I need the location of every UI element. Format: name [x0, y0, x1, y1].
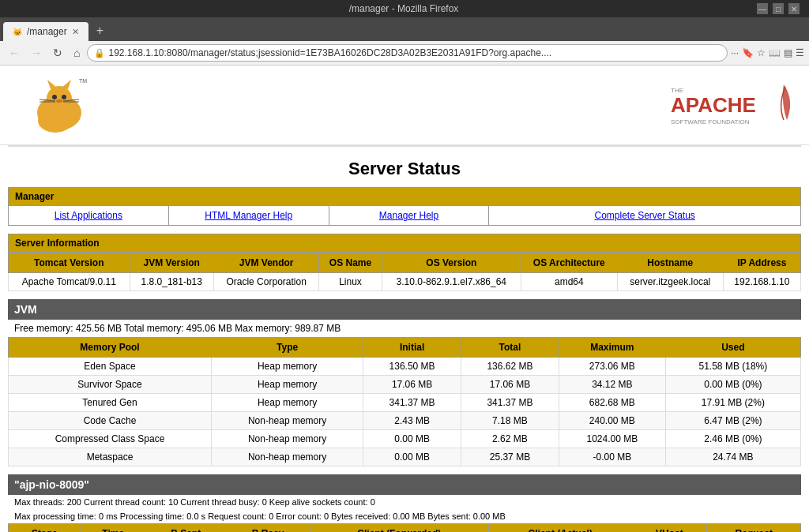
mem-cell-pool: Eden Space [9, 358, 212, 376]
stage-col-stage: Stage [9, 524, 81, 533]
main-content: Manager List Applications HTML Manager H… [0, 187, 809, 532]
memory-row: Eden SpaceHeap memory136.50 MB136.62 MB2… [9, 358, 801, 376]
manager-help-link[interactable]: Manager Help [329, 206, 490, 225]
menu-icon[interactable]: ☰ [796, 47, 804, 58]
jvm-version-cell: 1.8.0_181-b13 [130, 273, 213, 291]
os-name-cell: Linux [319, 273, 382, 291]
stage-col-request: Request [707, 524, 801, 533]
memory-row: Compressed Class SpaceNon-heap memory0.0… [9, 430, 801, 448]
star-icon[interactable]: ☆ [757, 47, 766, 58]
mem-cell-initial: 341.37 MB [363, 394, 461, 412]
mem-col-maximum: Maximum [559, 338, 665, 358]
col-jvm-vendor: JVM Vendor [213, 253, 318, 273]
back-button[interactable]: ← [5, 45, 24, 61]
memory-row: Code CacheNon-heap memory2.43 MB7.18 MB2… [9, 412, 801, 430]
mem-cell-used: 17.91 MB (2%) [665, 394, 800, 412]
mem-cell-maximum: 273.06 MB [559, 358, 665, 376]
tomcat-cat-svg: TM [16, 73, 95, 137]
nav-bar: ← → ↻ ⌂ 🔒 192.168.1.10:8080/manager/stat… [0, 41, 809, 66]
mem-cell-pool: Survivor Space [9, 376, 212, 394]
close-button[interactable]: ✕ [788, 3, 800, 14]
mem-cell-pool: Compressed Class Space [9, 430, 212, 448]
maximize-button[interactable]: □ [773, 3, 784, 14]
new-tab-button[interactable]: + [90, 21, 110, 41]
stage-col-client-fwd: Client (Forwarded) [310, 524, 489, 533]
mem-cell-initial: 0.00 MB [363, 448, 461, 466]
mem-cell-pool: Metaspace [9, 448, 212, 466]
os-arch-cell: amd64 [521, 273, 618, 291]
connector-line1: Max threads: 200 Current thread count: 1… [8, 495, 801, 509]
col-jvm-version: JVM Version [130, 253, 213, 273]
page-content: TM THE APACHE SOFTWARE FOUNDATION Server… [0, 66, 809, 532]
stage-col-time: Time [81, 524, 146, 533]
tab-bar: 🐱 /manager ✕ + [0, 17, 809, 41]
mem-cell-used: 0.00 MB (0%) [665, 376, 800, 394]
mem-col-total: Total [461, 338, 559, 358]
svg-marker-3 [62, 80, 71, 89]
sidebar-icon[interactable]: ▤ [784, 47, 792, 58]
window-controls[interactable]: — □ ✕ [757, 3, 806, 14]
mem-cell-pool: Tenured Gen [9, 394, 212, 412]
col-os-arch: OS Architecture [521, 253, 618, 273]
browser-chrome: /manager - Mozilla Firefox — □ ✕ 🐱 /mana… [0, 0, 809, 66]
html-manager-help-link[interactable]: HTML Manager Help [169, 206, 329, 225]
mem-cell-total: 2.62 MB [461, 430, 559, 448]
mem-cell-used: 6.47 MB (2%) [665, 412, 800, 430]
ip-address-cell: 192.168.1.10 [723, 273, 800, 291]
svg-point-4 [52, 95, 57, 99]
svg-point-1 [47, 86, 72, 111]
page-header: TM THE APACHE SOFTWARE FOUNDATION [0, 66, 809, 145]
svg-text:APACHE: APACHE [671, 93, 756, 117]
apache-logo: THE APACHE SOFTWARE FOUNDATION [667, 81, 793, 130]
secure-icon: 🔒 [94, 48, 105, 58]
more-options-icon[interactable]: ··· [731, 47, 739, 58]
mem-cell-used: 24.74 MB [665, 448, 800, 466]
list-applications-link[interactable]: List Applications [9, 206, 169, 225]
jvm-memory-table: Memory Pool Type Initial Total Maximum U… [8, 337, 801, 466]
tab-favicon: 🐱 [13, 28, 22, 36]
tab-close-button[interactable]: ✕ [72, 27, 79, 37]
manager-section-header: Manager [8, 187, 801, 206]
mem-cell-maximum: 682.68 MB [559, 394, 665, 412]
mem-cell-initial: 2.43 MB [363, 412, 461, 430]
forward-button[interactable]: → [27, 45, 46, 61]
svg-text:SOFTWARE FOUNDATION: SOFTWARE FOUNDATION [671, 118, 750, 126]
mem-col-type: Type [212, 338, 363, 358]
mem-cell-used: 2.46 MB (0%) [665, 430, 800, 448]
stage-col-vhost: VHost [632, 524, 707, 533]
complete-server-status-link[interactable]: Complete Server Status [489, 206, 800, 225]
reload-button[interactable]: ↻ [49, 45, 66, 61]
url-bar[interactable]: 🔒 192.168.1.10:8080/manager/status;jsess… [87, 44, 728, 62]
memory-row: Tenured GenHeap memory341.37 MB341.37 MB… [9, 394, 801, 412]
tomcat-logo: TM [16, 73, 95, 137]
memory-row: MetaspaceNon-heap memory0.00 MB25.37 MB-… [9, 448, 801, 466]
mem-cell-total: 136.62 MB [461, 358, 559, 376]
server-info-table: Tomcat Version JVM Version JVM Vendor OS… [8, 253, 801, 291]
mem-cell-type: Heap memory [212, 358, 363, 376]
reader-icon[interactable]: 📖 [769, 47, 781, 58]
nav-right-icons: ··· 🔖 ☆ 📖 ▤ ☰ [731, 47, 804, 58]
col-os-name: OS Name [319, 253, 382, 273]
minimize-button[interactable]: — [757, 3, 768, 14]
mem-cell-total: 341.37 MB [461, 394, 559, 412]
window-title: /manager - Mozilla Firefox [51, 3, 757, 14]
active-tab[interactable]: 🐱 /manager ✕ [3, 22, 88, 41]
svg-point-11 [38, 109, 73, 133]
mem-cell-total: 7.18 MB [461, 412, 559, 430]
server-info-header: Server Information [8, 234, 801, 253]
tomcat-version-cell: Apache Tomcat/9.0.11 [9, 273, 130, 291]
server-info-row: Apache Tomcat/9.0.11 1.8.0_181-b13 Oracl… [9, 273, 801, 291]
hostname-cell: server.itzgeek.local [617, 273, 723, 291]
connector-line2: Max processing time: 0 ms Processing tim… [8, 509, 801, 523]
jvm-memory-text: Free memory: 425.56 MB Total memory: 495… [8, 320, 801, 337]
mem-col-pool: Memory Pool [9, 338, 212, 358]
col-tomcat-version: Tomcat Version [9, 253, 130, 273]
mem-cell-maximum: 240.00 MB [559, 412, 665, 430]
mem-cell-type: Heap memory [212, 376, 363, 394]
col-hostname: Hostname [617, 253, 723, 273]
bookmark-icon[interactable]: 🔖 [742, 47, 754, 58]
stage-col-brecv: B Recv [226, 524, 310, 533]
mem-col-used: Used [665, 338, 800, 358]
home-button[interactable]: ⌂ [70, 45, 84, 61]
title-bar: /manager - Mozilla Firefox — □ ✕ [0, 0, 809, 17]
